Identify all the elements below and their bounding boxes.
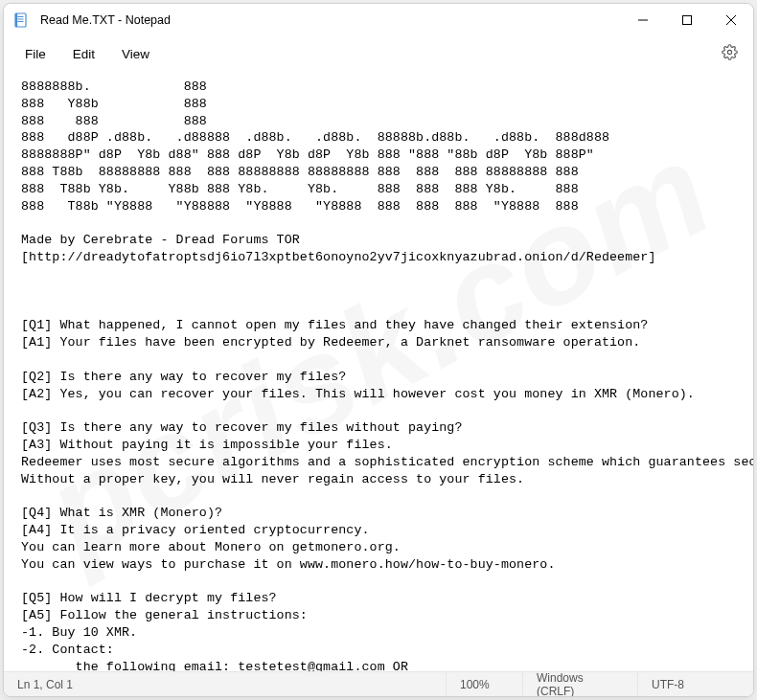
statusbar: Ln 1, Col 1 100% Windows (CRLF) UTF-8 bbox=[4, 671, 753, 696]
notepad-icon bbox=[13, 12, 29, 28]
text-area[interactable]: 8888888b. 888 888 Y88b 888 888 888 888 8… bbox=[4, 71, 753, 671]
status-encoding: UTF-8 bbox=[638, 672, 753, 696]
maximize-button[interactable] bbox=[665, 4, 709, 36]
status-cursor: Ln 1, Col 1 bbox=[4, 672, 86, 696]
svg-rect-4 bbox=[15, 13, 17, 27]
menu-file[interactable]: File bbox=[11, 41, 59, 67]
gear-icon bbox=[722, 44, 738, 63]
notepad-window: Read Me.TXT - Notepad File Edit View 888… bbox=[3, 3, 754, 697]
settings-button[interactable] bbox=[713, 37, 746, 70]
status-line-ending: Windows (CRLF) bbox=[523, 672, 638, 696]
titlebar[interactable]: Read Me.TXT - Notepad bbox=[4, 4, 753, 36]
menu-edit[interactable]: Edit bbox=[59, 41, 108, 67]
svg-rect-6 bbox=[683, 16, 692, 25]
svg-point-9 bbox=[727, 50, 731, 54]
status-zoom[interactable]: 100% bbox=[447, 672, 523, 696]
window-controls bbox=[621, 4, 753, 36]
menu-view[interactable]: View bbox=[108, 41, 163, 67]
window-title: Read Me.TXT - Notepad bbox=[40, 13, 621, 27]
minimize-button[interactable] bbox=[621, 4, 665, 36]
close-button[interactable] bbox=[709, 4, 753, 36]
menubar: File Edit View bbox=[4, 36, 753, 71]
